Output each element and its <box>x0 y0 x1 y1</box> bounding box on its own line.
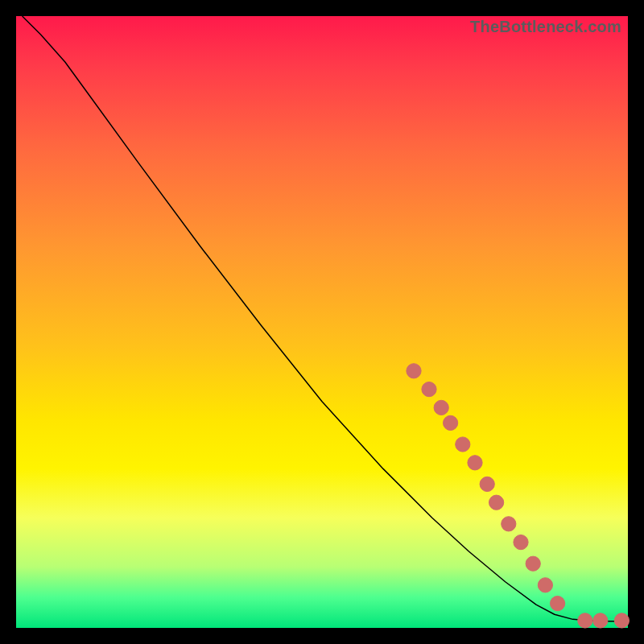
data-marker <box>489 495 503 510</box>
data-marker <box>443 415 457 430</box>
chart-stage: TheBottleneck.com <box>0 0 644 644</box>
data-marker <box>593 613 608 628</box>
chart-plot-area: TheBottleneck.com <box>16 16 628 628</box>
data-marker <box>614 613 629 628</box>
data-marker <box>538 578 552 592</box>
data-marker <box>578 613 592 628</box>
data-marker <box>434 400 448 415</box>
data-marker <box>456 437 470 452</box>
data-marker <box>407 364 421 378</box>
data-marker <box>526 556 540 571</box>
data-marker <box>468 456 482 470</box>
chart-overlay <box>16 16 628 628</box>
data-marker <box>480 477 494 491</box>
data-marker <box>422 382 436 396</box>
marker-group <box>407 364 630 628</box>
data-marker <box>514 535 528 549</box>
data-marker <box>502 517 516 531</box>
bottleneck-curve <box>23 16 628 621</box>
data-marker <box>550 596 564 610</box>
